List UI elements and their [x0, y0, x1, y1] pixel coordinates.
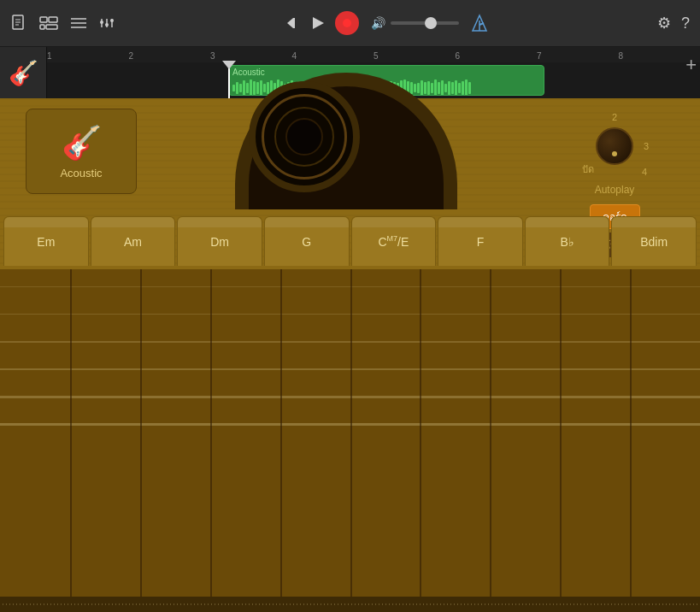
- chord-name-4: CM7/E: [378, 234, 409, 249]
- instrument-selector: 🎸 Acoustic: [0, 98, 162, 209]
- chord-button-3[interactable]: G: [264, 216, 350, 266]
- chord-button-1[interactable]: Am: [91, 216, 176, 266]
- svg-rect-5: [49, 17, 57, 22]
- bottom-waveform: [0, 597, 700, 612]
- svg-point-14: [105, 23, 109, 26]
- chord-button-7[interactable]: Bdim: [611, 216, 697, 266]
- chord-name-2: Dm: [210, 235, 229, 249]
- fret-1: [70, 269, 72, 597]
- dial-label-2: 2: [612, 112, 617, 122]
- autoplay-knob[interactable]: [596, 127, 633, 165]
- svg-marker-19: [313, 17, 324, 29]
- soundhole: [249, 81, 360, 192]
- chord-name-5: F: [477, 235, 485, 249]
- soundhole-ring: [262, 94, 347, 179]
- play-button[interactable]: [309, 15, 326, 32]
- knob-indicator: [612, 151, 617, 156]
- chord-name-7: Bdim: [640, 235, 668, 249]
- chord-button-6[interactable]: B♭: [525, 216, 610, 266]
- svg-point-12: [100, 21, 103, 24]
- guitar-body: [162, 98, 529, 209]
- autoplay-knob-area: 2 3 ปัด 4 Autoplay: [580, 112, 649, 196]
- volume-slider[interactable]: 🔊: [371, 16, 459, 30]
- svg-rect-18: [293, 18, 295, 28]
- fret-3: [210, 269, 212, 597]
- settings-icon[interactable]: ⚙: [657, 14, 671, 32]
- metronome-icon[interactable]: [471, 14, 488, 32]
- dial-label-3: 3: [644, 141, 649, 151]
- ruler-mark-8: 8: [619, 51, 624, 61]
- chord-name-0: Em: [37, 235, 55, 249]
- list-icon[interactable]: [70, 15, 87, 31]
- instrument-icon: 🎸: [62, 124, 102, 162]
- fretboard: [0, 269, 700, 597]
- dial-container: 2 3 ปัด 4: [580, 112, 649, 180]
- dial-label-4: 4: [642, 167, 647, 177]
- fret-8: [560, 269, 562, 597]
- rewind-button[interactable]: [285, 15, 301, 31]
- chord-name-3: G: [302, 235, 311, 249]
- panel-top: 🎸 Acoustic: [0, 98, 700, 209]
- svg-rect-6: [40, 25, 44, 29]
- instrument-panel: 🎸 Acoustic: [0, 98, 700, 612]
- new-document-icon[interactable]: [10, 15, 27, 32]
- transport-controls: [285, 11, 359, 35]
- playhead: [228, 62, 230, 98]
- fret-5: [350, 269, 352, 597]
- svg-marker-17: [287, 18, 293, 28]
- dial-label-pad: ปัด: [582, 162, 594, 177]
- chord-row: EmAmDmGCM7/EFB♭Bdim: [0, 209, 700, 269]
- volume-track[interactable]: [391, 21, 459, 25]
- record-button[interactable]: [335, 11, 359, 35]
- chord-button-0[interactable]: Em: [3, 216, 89, 266]
- svg-rect-7: [46, 25, 57, 29]
- toolbar: 🔊 ⚙ ?: [0, 0, 700, 47]
- playhead-marker: [222, 61, 236, 69]
- waveform-bar: [468, 82, 471, 94]
- volume-thumb[interactable]: [425, 17, 437, 29]
- chord-name-6: B♭: [560, 235, 574, 249]
- mixer-icon[interactable]: [99, 15, 116, 31]
- right-icons: ⚙ ?: [657, 14, 690, 32]
- autoplay-label: Autoplay: [595, 184, 635, 196]
- track-header: 🎸: [0, 47, 47, 98]
- track-instrument-icon: 🎸: [9, 59, 38, 87]
- fret-4: [280, 269, 282, 597]
- svg-rect-4: [40, 17, 47, 22]
- waveform-line: [0, 603, 700, 605]
- fret-6: [420, 269, 421, 597]
- arrange-icon[interactable]: [39, 15, 58, 31]
- soundhole-container: [226, 56, 466, 209]
- chord-button-4[interactable]: CM7/E: [351, 216, 437, 266]
- ruler-mark-2: 2: [129, 51, 134, 61]
- help-icon[interactable]: ?: [681, 15, 690, 32]
- fret-9: [630, 269, 632, 597]
- fret-7: [490, 269, 491, 597]
- instrument-box[interactable]: 🎸 Acoustic: [26, 109, 137, 194]
- ruler-mark-1: 1: [47, 51, 52, 61]
- autoplay-panel: 2 3 ปัด 4 Autoplay คอร์ด โน้ต: [529, 98, 700, 209]
- chord-button-5[interactable]: F: [438, 216, 523, 266]
- svg-point-16: [110, 19, 114, 22]
- ruler-mark-7: 7: [537, 51, 542, 61]
- instrument-name: Acoustic: [60, 167, 102, 179]
- guitar-arch: [235, 73, 457, 209]
- fret-2: [140, 269, 142, 597]
- ruler-mark-3: 3: [210, 51, 215, 61]
- chord-name-1: Am: [124, 235, 142, 249]
- add-track-button[interactable]: +: [685, 54, 697, 76]
- chord-button-2[interactable]: Dm: [177, 216, 262, 266]
